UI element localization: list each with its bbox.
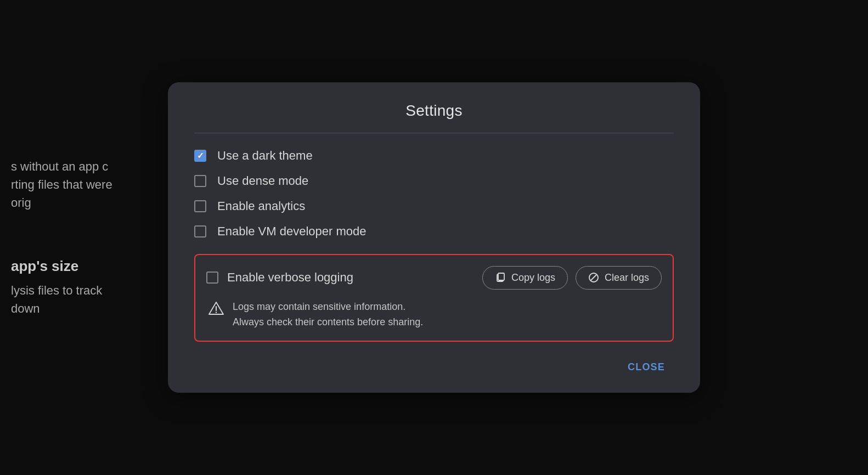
label-analytics: Enable analytics [217,199,305,213]
setting-analytics[interactable]: Enable analytics [194,199,674,213]
copy-logs-button[interactable]: Copy logs [482,266,568,290]
label-verbose-logging: Enable verbose logging [227,270,474,285]
copy-logs-label: Copy logs [511,272,555,284]
logging-section: Enable verbose logging Copy logs [194,254,674,342]
bg-block-1: s without an app c rting files that were… [11,157,132,212]
svg-line-3 [591,275,596,280]
warning-line2: Always check their contents before shari… [233,316,423,327]
checkbox-dense-mode[interactable] [194,175,206,187]
clear-icon [588,272,599,283]
checkbox-vm-dev[interactable] [194,225,206,238]
checkbox-verbose-logging[interactable] [206,272,218,284]
dialog-footer: CLOSE [194,357,674,377]
setting-dark-theme[interactable]: Use a dark theme [194,149,674,163]
label-dark-theme: Use a dark theme [217,149,313,163]
svg-rect-1 [498,273,504,280]
warning-row: Logs may contain sensitive information. … [206,299,662,330]
warning-line1: Logs may contain sensitive information. [233,301,405,312]
title-divider [194,133,674,133]
label-dense-mode: Use dense mode [217,174,308,188]
clear-logs-button[interactable]: Clear logs [576,266,662,290]
settings-dialog: Settings Use a dark theme Use dense mode… [168,82,700,393]
checkbox-analytics[interactable] [194,200,206,212]
log-buttons: Copy logs Clear logs [482,266,662,290]
copy-icon [495,272,506,283]
settings-list: Use a dark theme Use dense mode Enable a… [194,149,674,239]
background-text: s without an app c rting files that were… [0,0,143,475]
setting-vm-dev[interactable]: Enable VM developer mode [194,224,674,239]
warning-icon [208,301,224,320]
svg-point-6 [216,312,217,313]
warning-text: Logs may contain sensitive information. … [233,299,423,330]
label-vm-dev: Enable VM developer mode [217,224,367,239]
dialog-title: Settings [194,102,674,120]
checkbox-dark-theme[interactable] [194,150,206,162]
clear-logs-label: Clear logs [605,272,649,284]
setting-dense-mode[interactable]: Use dense mode [194,174,674,188]
close-button[interactable]: CLOSE [619,357,674,377]
logging-top-row: Enable verbose logging Copy logs [206,266,662,290]
bg-block-2: app's size lysis files to track down [11,256,132,318]
